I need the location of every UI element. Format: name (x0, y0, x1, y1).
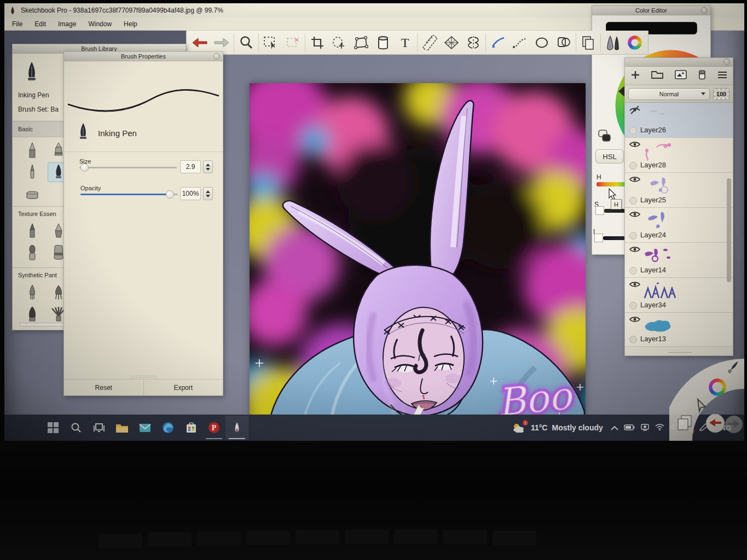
brush-set-label[interactable]: Brush Set: Ba (18, 106, 59, 113)
size-value[interactable]: 2.9 (180, 160, 201, 173)
symmetry-tool-button[interactable] (462, 32, 484, 54)
lightness-thumb[interactable] (594, 234, 603, 242)
opacity-slider[interactable] (80, 187, 178, 198)
layer28-select-radio[interactable] (629, 162, 637, 170)
brush-properties-header[interactable]: Brush Properties (64, 52, 223, 61)
search-button[interactable] (65, 416, 88, 440)
crop-tool-button[interactable] (306, 32, 328, 54)
synthetic-brush-1[interactable] (21, 283, 43, 302)
brush-eraser[interactable] (21, 184, 43, 204)
undo-button[interactable] (189, 32, 211, 54)
panel-resize-handle[interactable] (130, 376, 157, 378)
layer14-visible-eye-icon[interactable] (629, 246, 641, 255)
file-explorer-button[interactable] (111, 416, 134, 440)
layer26-select-radio[interactable] (629, 127, 637, 135)
ruler-tool-button[interactable] (419, 32, 441, 54)
corner-redo-button[interactable] (725, 416, 743, 433)
layers-scrollbar[interactable] (727, 178, 731, 282)
layer26-hidden-eye-icon[interactable] (629, 106, 641, 116)
color-editor-header[interactable]: Color Editor (592, 6, 710, 15)
ellipse-tool-button[interactable] (531, 32, 553, 54)
edge-browser-button[interactable] (157, 416, 179, 440)
curve-tool-button[interactable] (509, 32, 531, 54)
layer-row-13[interactable]: Layer13 (625, 313, 733, 347)
layer24-visible-eye-icon[interactable] (629, 211, 641, 220)
shapes-tool-button[interactable] (553, 32, 575, 54)
swap-colors-icon[interactable] (598, 129, 612, 145)
menu-image[interactable]: Image (58, 20, 76, 28)
corner-color-wheel-icon[interactable] (709, 378, 727, 397)
store-button[interactable] (179, 416, 202, 440)
brush-pencil[interactable] (21, 141, 43, 160)
layer25-name[interactable]: Layer25 (640, 196, 666, 204)
pinterest-button[interactable]: P (202, 416, 225, 440)
layer-row-25[interactable]: Layer25 (625, 173, 733, 208)
weather-widget[interactable]: 1 11°C Mostly cloudy (512, 422, 603, 433)
layer-row-28[interactable]: Layer28 (625, 138, 733, 173)
corner-undo-button[interactable] (706, 414, 725, 433)
layer34-select-radio[interactable] (629, 302, 637, 310)
layer26-name[interactable]: Layer26 (640, 126, 666, 134)
canvas[interactable]: Boo Boo (250, 83, 586, 417)
zoom-tool-button[interactable] (235, 32, 257, 54)
layer-menu-button[interactable] (717, 71, 727, 81)
layers-panel-collapse-button[interactable] (723, 59, 730, 65)
color-wheel-button[interactable] (624, 32, 646, 54)
text-tool-button[interactable]: T (394, 32, 416, 54)
redo-button[interactable] (211, 32, 233, 54)
distort-tool-button[interactable] (350, 32, 372, 54)
layer34-visible-eye-icon[interactable] (629, 281, 641, 290)
sketchbook-app-button[interactable] (225, 416, 248, 440)
select-tool-button[interactable] (260, 32, 282, 54)
texture-brush-3[interactable] (21, 243, 43, 263)
layer24-select-radio[interactable] (629, 232, 637, 240)
layer-opacity-field[interactable]: 100 (713, 88, 729, 100)
layer13-visible-eye-icon[interactable] (629, 316, 641, 325)
synthetic-brush-3[interactable] (21, 305, 43, 324)
layer-row-34[interactable]: Layer34 (625, 278, 733, 313)
reset-button[interactable]: Reset (64, 380, 144, 395)
import-image-button[interactable] (675, 70, 687, 81)
clipboard-tool-button[interactable] (577, 32, 599, 54)
texture-brush-1[interactable] (21, 221, 43, 241)
tray-battery-icon[interactable] (624, 424, 635, 432)
layer-row-14[interactable]: Layer14 (625, 243, 733, 278)
layer28-name[interactable]: Layer28 (640, 161, 666, 169)
task-view-button[interactable] (88, 416, 111, 440)
layer13-name[interactable]: Layer13 (640, 335, 666, 343)
layer-eraser-button[interactable] (698, 70, 707, 82)
layer34-name[interactable]: Layer34 (640, 301, 666, 309)
start-button[interactable] (42, 416, 65, 440)
export-button[interactable]: Export (144, 380, 223, 395)
size-stepper[interactable] (203, 160, 213, 173)
blend-mode-dropdown[interactable]: Normal (628, 88, 710, 100)
menu-window[interactable]: Window (88, 20, 112, 28)
layers-panel-header[interactable] (625, 58, 733, 67)
opacity-stepper[interactable] (203, 187, 213, 200)
brush-fine-pen[interactable] (21, 162, 43, 182)
tray-chevron-up-icon[interactable] (611, 424, 618, 432)
layer-group-button[interactable] (651, 70, 663, 81)
fill-tool-button[interactable] (372, 32, 394, 54)
hsl-mode-button[interactable]: HSL (595, 149, 624, 164)
size-slider[interactable] (79, 160, 177, 171)
add-layer-button[interactable] (630, 70, 640, 82)
opacity-value[interactable]: 100% (180, 187, 201, 200)
tray-wifi-icon[interactable] (655, 423, 664, 432)
dual-brush-button[interactable] (602, 32, 624, 54)
layer14-select-radio[interactable] (629, 267, 637, 275)
layer-row-26[interactable]: Layer26 (625, 103, 733, 138)
layer25-select-radio[interactable] (629, 197, 637, 205)
layer25-visible-eye-icon[interactable] (629, 176, 641, 185)
brush-properties-collapse-button[interactable] (213, 53, 220, 60)
tray-wireless-display-icon[interactable] (640, 423, 650, 433)
perspective-tool-button[interactable] (441, 32, 462, 54)
menu-help[interactable]: Help (124, 20, 137, 28)
layer28-visible-eye-icon[interactable] (629, 141, 641, 150)
stroke-tool-button[interactable] (487, 32, 509, 54)
saturation-thumb[interactable] (595, 206, 604, 215)
menu-file[interactable]: File (12, 20, 22, 28)
mail-button[interactable] (134, 416, 157, 440)
layer14-name[interactable]: Layer14 (640, 266, 666, 274)
layer24-name[interactable]: Layer24 (640, 231, 666, 239)
